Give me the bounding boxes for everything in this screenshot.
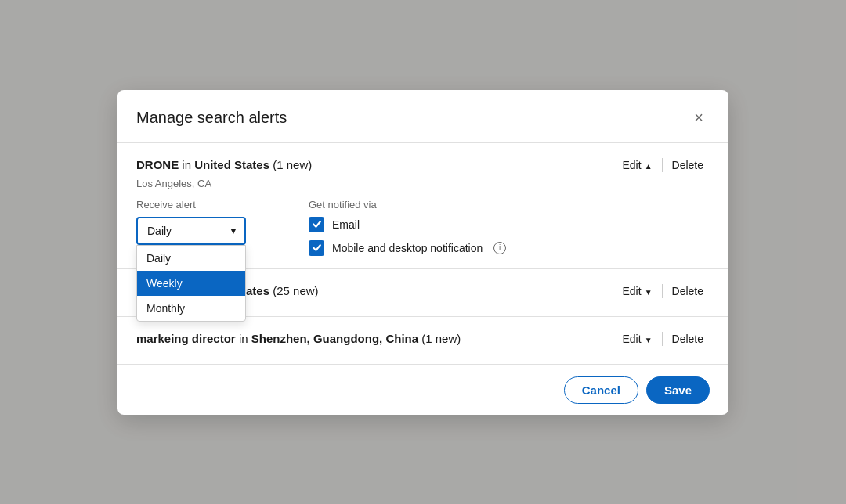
modal-header: Manage search alerts × — [118, 90, 728, 143]
checkmark-icon — [312, 219, 322, 229]
delete-button-1[interactable]: Delete — [666, 156, 710, 175]
divider-2 — [662, 284, 663, 298]
alert-header-3: markeing director in Shenzhen, Guangdong… — [136, 329, 710, 348]
alert-in-1: in — [182, 158, 194, 171]
frequency-option-daily[interactable]: Daily — [137, 246, 245, 271]
info-icon[interactable]: i — [494, 242, 506, 254]
email-notification-row: Email — [309, 217, 506, 232]
chevron-up-icon-1 — [645, 159, 653, 171]
delete-button-3[interactable]: Delete — [666, 329, 710, 348]
modal-title: Manage search alerts — [136, 109, 287, 127]
alert-header-1: DRONE in United States (1 new) Edit Dele… — [136, 156, 710, 175]
modal-overlay[interactable]: Manage search alerts × DRONE in United S… — [0, 0, 846, 504]
alert-title-1: DRONE in United States (1 new) — [136, 158, 312, 171]
alert-count-1: (1 new) — [273, 158, 312, 171]
frequency-option-monthly[interactable]: Monthly — [137, 296, 245, 321]
save-button[interactable]: Save — [646, 376, 710, 404]
edit-button-1[interactable]: Edit — [616, 156, 659, 175]
dropdown-arrow-icon: ▼ — [229, 225, 238, 236]
mobile-checkbox[interactable] — [309, 240, 324, 256]
notify-options: Email Mobile and desktop notification i — [309, 217, 506, 256]
checkmark-icon-2 — [312, 243, 322, 253]
email-checkbox[interactable] — [309, 217, 324, 232]
alert-count-2: (25 new) — [273, 284, 318, 297]
alert-actions-1: Edit Delete — [616, 156, 710, 175]
edit-button-3[interactable]: Edit — [616, 329, 659, 348]
alert-item-3: markeing director in Shenzhen, Guangdong… — [118, 317, 728, 365]
alert-actions-2: Edit Delete — [616, 282, 710, 301]
alert-item-1: DRONE in United States (1 new) Edit Dele… — [118, 143, 728, 269]
divider-3 — [662, 332, 663, 346]
alert-location-3: Shenzhen, Guangdong, China — [251, 332, 418, 345]
alert-actions-3: Edit Delete — [616, 329, 710, 348]
alert-keyword-3: markeing director — [136, 332, 236, 345]
get-notified-label: Get notified via — [309, 199, 506, 211]
frequency-option-weekly[interactable]: Weekly — [137, 271, 245, 296]
frequency-dropdown-wrapper: Daily ▼ Daily Weekly Monthly — [136, 217, 246, 245]
email-label: Email — [332, 218, 360, 231]
receive-alert-group: Receive alert Daily ▼ Daily Weekly Month… — [136, 199, 246, 245]
edit-button-2[interactable]: Edit — [616, 282, 659, 301]
edit-label-2: Edit — [623, 285, 642, 297]
mobile-label: Mobile and desktop notification — [332, 242, 483, 254]
alert-title-3: markeing director in Shenzhen, Guangdong… — [136, 332, 461, 345]
edit-label-1: Edit — [623, 159, 642, 171]
frequency-dropdown-open: Daily Weekly Monthly — [136, 245, 246, 322]
chevron-down-icon-3 — [645, 333, 653, 345]
receive-alert-label: Receive alert — [136, 199, 246, 211]
cancel-button[interactable]: Cancel — [564, 376, 638, 404]
mobile-notification-row: Mobile and desktop notification i — [309, 240, 506, 256]
alert-count-3: (1 new) — [421, 332, 461, 345]
alert-settings-1: Receive alert Daily ▼ Daily Weekly Month… — [136, 199, 710, 256]
alert-subtitle-1: Los Angeles, CA — [136, 178, 710, 189]
edit-label-3: Edit — [623, 333, 642, 345]
modal-footer: Cancel Save — [118, 365, 728, 415]
get-notified-group: Get notified via Email — [309, 199, 506, 256]
frequency-select[interactable]: Daily ▼ — [136, 217, 246, 245]
alert-keyword-1: DRONE — [136, 158, 179, 171]
chevron-down-icon-2 — [645, 285, 653, 297]
alert-in-3: in — [239, 332, 251, 345]
close-button[interactable]: × — [688, 106, 710, 130]
alert-location-1: United States — [194, 158, 269, 171]
delete-button-2[interactable]: Delete — [666, 282, 710, 301]
modal-body: DRONE in United States (1 new) Edit Dele… — [118, 143, 728, 365]
manage-alerts-modal: Manage search alerts × DRONE in United S… — [118, 90, 728, 415]
divider-1 — [662, 158, 663, 172]
